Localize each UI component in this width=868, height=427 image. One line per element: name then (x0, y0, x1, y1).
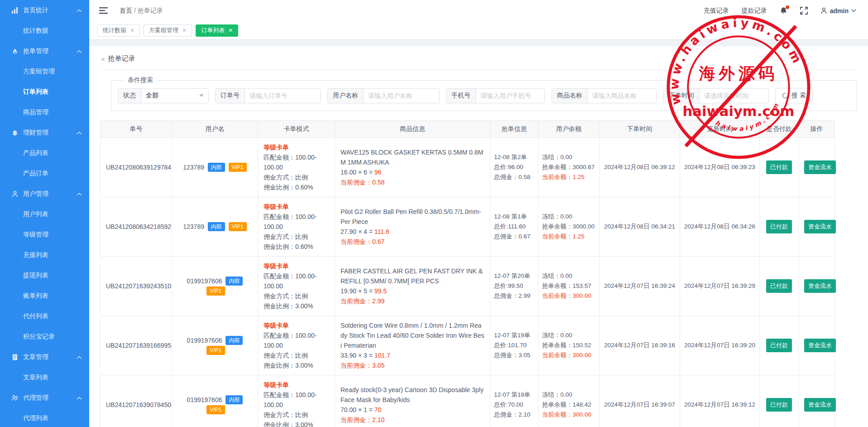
fund-flow-button[interactable]: 资金流水 (804, 279, 836, 293)
order-time-input[interactable] (700, 89, 768, 103)
product-title: FABER CASTELL AIR GEL PEN FAST DRY INK &… (340, 266, 484, 286)
mode-cell: 等级卡单 匹配金额：100.00-100.00 佣金方式：比例 佣金比例：0.6… (258, 197, 335, 257)
search-fieldset: 条件搜索 状态 全部 订单号 用户名称 (111, 76, 857, 111)
sidebar-group-grab-mgmt[interactable]: 抢单管理 (0, 41, 89, 61)
sidebar-item-recharge-list[interactable]: 充值列表 (0, 245, 89, 265)
sidebar-item-product-orders[interactable]: 产品订单 (0, 163, 89, 184)
mode-method: 佣金方式：比例 (264, 410, 329, 420)
grab-sequence: 12-08 第1单 (494, 212, 534, 222)
product-name-input[interactable] (588, 89, 657, 103)
breadcrumb: 首页 / 抢单记录 (120, 7, 163, 15)
chevron-down-icon (851, 9, 856, 12)
sidebar-item-payment-list[interactable]: 代付列表 (0, 306, 89, 326)
close-icon[interactable]: ✕ (182, 27, 187, 34)
content-panel: » 抢单记录 条件搜索 状态 全部 订单号 (89, 46, 868, 427)
breadcrumb-home[interactable]: 首页 (120, 7, 132, 14)
balance-cell: 冻结：0.00 抢单余额：3000.00 当前余额：1.25 (538, 197, 599, 257)
sidebar-group-article-mgmt[interactable]: 文章管理 (0, 347, 89, 367)
current-commission: 当前佣金：2.99 (340, 296, 484, 306)
created-time-cell: 2024年12月07日 16:39:24 (599, 257, 680, 316)
article-icon (11, 354, 19, 361)
current-balance: 当前余额：300.00 (542, 350, 595, 360)
grab-commission: 总佣金：0.58 (494, 172, 534, 182)
fund-flow-button[interactable]: 资金流水 (804, 339, 836, 352)
search-button[interactable]: 搜 索 (775, 88, 813, 103)
username-cell: 0199197606 内部 VIP1 (172, 257, 258, 316)
chart-icon (11, 7, 19, 14)
username-label: admin (830, 7, 849, 15)
mode-method: 佣金方式：比例 (264, 350, 329, 360)
col-paid: 是否付款 (760, 121, 799, 138)
col-username: 用户名 (172, 121, 258, 138)
fund-flow-button[interactable]: 资金流水 (804, 220, 836, 233)
mode-cell: 等级卡单 匹配金额：100.00-100.00 佣金方式：比例 佣金比例：3.0… (258, 316, 335, 375)
order-number-cell: UB2412080639129784 (101, 138, 172, 197)
phone-input[interactable] (476, 89, 545, 103)
product-title: Ready stock(0-3 year) Cartoon 3D Disposa… (340, 385, 484, 405)
grab-sequence: 12-07 第19单 (494, 330, 534, 340)
sidebar-item-plan-group[interactable]: 方案组管理 (0, 61, 89, 82)
internal-badge: 内部 (208, 163, 225, 172)
order-no-input[interactable] (245, 89, 321, 103)
sidebar-item-product-mgmt[interactable]: 商品管理 (0, 102, 89, 122)
sidebar-group-finance-mgmt[interactable]: ฿ 理财管理 (0, 122, 89, 143)
sidebar-group-agent-mgmt[interactable]: 代理管理 (0, 388, 89, 408)
sidebar-group-home-stats[interactable]: 首页统计 (0, 0, 89, 20)
fund-flow-button[interactable]: 资金流水 (804, 398, 836, 412)
balance-cell: 冻结：0.00 抢单余额：3000.67 当前余额：1.25 (538, 138, 599, 197)
sidebar-item-order-list[interactable]: 订单列表 (0, 82, 89, 102)
mode-type: 等级卡单 (264, 202, 329, 212)
paid-status-cell: 已付款 (760, 197, 799, 257)
grab-total: 总价:96.00 (494, 162, 534, 172)
formula-result: 96 (374, 169, 382, 176)
withdraw-records-link[interactable]: 提款记录 (742, 7, 767, 15)
grab-sequence: 12-07 第18单 (494, 390, 534, 400)
grab-total: 总价:99.50 (494, 281, 534, 291)
notification-bell-icon[interactable] (780, 7, 787, 15)
paid-status-cell: 已付款 (760, 375, 799, 427)
mode-ratio: 佣金比例：3.00% (264, 301, 329, 311)
close-icon[interactable]: ✕ (130, 27, 134, 34)
mode-match-amount: 匹配金额：100.00-100.00 (264, 271, 329, 291)
frozen-balance: 冻结：0.00 (542, 390, 595, 400)
sidebar-item-agent-list[interactable]: 代理列表 (0, 408, 89, 427)
current-balance: 当前余额：1.25 (542, 232, 595, 242)
order-number-cell: UB2412071639166995 (101, 316, 172, 375)
tab-order-list[interactable]: 订单列表✕ (196, 24, 238, 37)
tab-plan-group[interactable]: 方案组管理✕ (144, 24, 192, 37)
sidebar-item-points-records[interactable]: 积分宝记录 (0, 326, 89, 347)
sidebar-item-stats-data[interactable]: 统计数据 (0, 20, 89, 41)
internal-badge: 内部 (225, 395, 243, 404)
sidebar-item-product-list[interactable]: 产品列表 (0, 143, 89, 163)
sidebar-item-bill-list[interactable]: 账单列表 (0, 286, 89, 306)
fullscreen-icon[interactable] (800, 7, 808, 15)
orders-table: 单号 用户名 卡单模式 商品信息 抢单信息 用户余额 下单时间 更新时间 是否付… (100, 120, 835, 427)
sidebar-group-label: 用户管理 (23, 190, 77, 198)
sidebar-item-user-list[interactable]: 用户列表 (0, 204, 89, 224)
product-cell: FABER CASTELL AIR GEL PEN FAST DRY INK &… (335, 257, 490, 316)
col-updated: 更新时间 (680, 121, 760, 138)
vip-badge: VIP1 (206, 286, 225, 296)
menu-toggle-icon[interactable] (99, 7, 108, 14)
user-name-input[interactable] (364, 89, 439, 103)
recharge-records-link[interactable]: 充值记录 (704, 7, 729, 15)
topbar-right: 充值记录 提款记录 admin (704, 7, 856, 15)
sidebar-item-article-list[interactable]: 文章列表 (0, 367, 89, 388)
sidebar-item-level-mgmt[interactable]: 等级管理 (0, 224, 89, 245)
mode-match-amount: 匹配金额：100.00-100.00 (264, 390, 329, 410)
internal-badge: 内部 (208, 222, 225, 231)
user-menu[interactable]: admin (820, 7, 856, 15)
paid-badge: 已付款 (766, 398, 792, 412)
sidebar-item-withdraw-list[interactable]: 提现列表 (0, 265, 89, 286)
status-select[interactable]: 全部 (141, 89, 208, 103)
breadcrumb-current: 抢单记录 (138, 7, 163, 14)
chevron-up-icon (77, 394, 82, 402)
field-label: 用户名称 (328, 89, 364, 103)
created-time-cell: 2024年12月07日 16:39:07 (599, 375, 680, 427)
tab-stats-data[interactable]: 统计数据✕ (97, 24, 140, 37)
fund-flow-button[interactable]: 资金流水 (804, 160, 836, 174)
paid-badge: 已付款 (766, 160, 792, 174)
tab-label: 统计数据 (103, 26, 126, 34)
sidebar-group-user-mgmt[interactable]: 用户管理 (0, 184, 89, 204)
close-icon[interactable]: ✕ (228, 27, 233, 34)
